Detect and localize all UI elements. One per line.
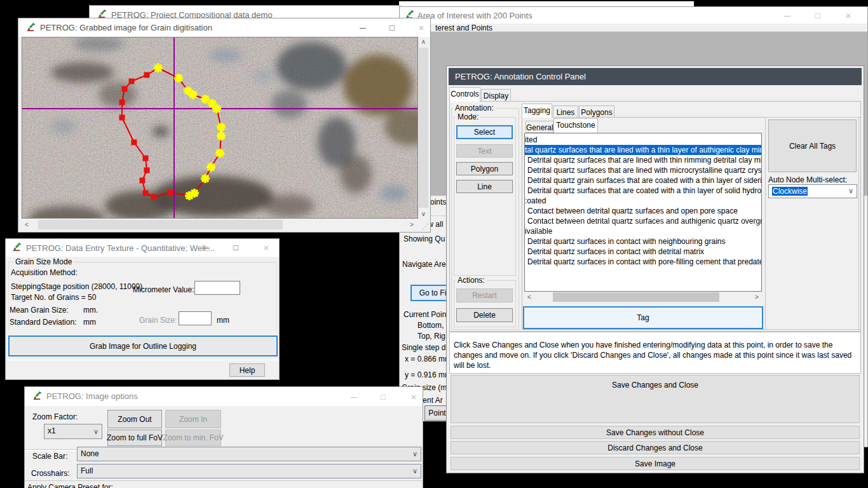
grain-size-mode-label: Grain Size Mode — [13, 257, 74, 266]
scroll-up-arrow[interactable]: ∧ — [418, 38, 429, 45]
micrometer-input[interactable] — [194, 281, 240, 295]
discard-changes-close-button[interactable]: Discard Changes and Close — [451, 441, 860, 454]
tab-controls-label: Controls — [451, 90, 479, 98]
zoom-min-fov-button[interactable]: Zoom to min. FoV — [165, 430, 221, 446]
line-mode-button[interactable]: Line — [456, 180, 513, 193]
zoom-full-fov-button[interactable]: Zoom to full FoV — [107, 430, 162, 446]
zoom-in-button[interactable]: Zoom In — [165, 410, 221, 428]
maximize-button[interactable]: □ — [808, 9, 828, 23]
delete-button[interactable]: Delete — [456, 308, 513, 322]
select-mode-button[interactable]: Select — [456, 125, 513, 139]
help-button-label: Help — [240, 366, 255, 375]
list-item[interactable]: tal quartz surfaces that are lined with … — [525, 145, 761, 155]
save-changes-no-close-button[interactable]: Save Changes without Close — [451, 426, 860, 439]
resize-grip-icon[interactable]: ⋰ — [422, 222, 429, 231]
tab-general[interactable]: General — [526, 121, 553, 133]
separator — [6, 360, 279, 360]
list-horizontal-scrollbar[interactable]: < > — [524, 292, 762, 302]
text-mode-button[interactable]: Text — [456, 144, 513, 158]
zoom-out-button[interactable]: Zoom Out — [107, 410, 162, 428]
close-button[interactable]: × — [256, 241, 276, 255]
micrograph-image — [22, 37, 417, 218]
zoom-out-label: Zoom Out — [118, 415, 151, 424]
vertical-scroll-thumb[interactable] — [419, 48, 428, 208]
tab-controls[interactable]: Controls — [449, 87, 480, 102]
list-item[interactable]: Contact between detrital quartz surfaces… — [525, 206, 761, 216]
data-entry-window-title: PETROG: Data Entry Texture - Quantitativ… — [26, 243, 215, 253]
grabbed-window-title: PETROG: Grabbed image for Grain digitisa… — [40, 23, 212, 32]
mode-group: Mode: — [454, 117, 516, 276]
clear-all-tags-button[interactable]: Clear All Tags — [768, 119, 857, 172]
restart-button[interactable]: Restart — [456, 288, 513, 302]
list-item[interactable]: Contact between detrital quartz surfaces… — [525, 216, 761, 226]
list-item[interactable]: ivailable — [525, 226, 761, 236]
vertical-scrollbar[interactable]: ∧ ∨ — [418, 37, 429, 219]
polygon-mode-label: Polygon — [471, 165, 498, 173]
close-button[interactable]: × — [838, 9, 858, 23]
maximize-button[interactable]: □ — [382, 21, 402, 35]
go-to-button-label: Go to Fi — [419, 288, 447, 297]
minimize-button[interactable] — [353, 21, 373, 35]
scroll-right-arrow[interactable]: > — [408, 221, 416, 228]
scroll-right-arrow[interactable]: > — [754, 294, 760, 301]
polygon-mode-button[interactable]: Polygon — [456, 162, 513, 175]
touchstone-list[interactable]: itedtal quartz surfaces that are lined w… — [524, 133, 762, 292]
scale-bar-combo[interactable]: None ∨ — [77, 447, 421, 461]
select-mode-label: Select — [474, 128, 495, 137]
tab-tagging[interactable]: Tagging — [522, 104, 552, 118]
save-changes-close-button[interactable]: Save Changes and Close — [451, 375, 860, 423]
aoi-bottom-label: Bottom, — [417, 321, 444, 330]
list-item[interactable]: Detrital quartz grain surfaces that are … — [525, 175, 761, 186]
minimize-button[interactable] — [777, 9, 797, 23]
save-image-button[interactable]: Save Image — [451, 457, 860, 470]
tab-lines[interactable]: Lines — [553, 105, 578, 118]
annotation-titlebar[interactable]: PETROG: Annotation Control Panel — [449, 68, 862, 85]
scale-bar-label: Scale Bar: — [32, 452, 67, 461]
list-item[interactable]: :oated — [525, 196, 761, 206]
micrometer-label: Micrometer Value: — [133, 285, 194, 294]
scroll-left-arrow[interactable]: < — [526, 294, 532, 301]
help-button[interactable]: Help — [229, 363, 265, 377]
list-item[interactable]: Detrital quartz surfaces in contact with… — [525, 236, 761, 247]
horizontal-scrollbar[interactable]: < > — [22, 219, 417, 230]
tab-polygons[interactable]: Polygons — [579, 105, 614, 118]
list-item[interactable]: ited — [525, 135, 761, 145]
crosshairs-label: Crosshairs: — [31, 469, 70, 478]
micrograph-viewport[interactable] — [22, 37, 418, 219]
crosshairs-combo[interactable]: Full ∨ — [77, 464, 421, 478]
list-item[interactable]: Detrital quartz surfaces that are lined … — [525, 155, 761, 165]
tab-touchstone[interactable]: Touchstone — [553, 118, 598, 133]
tag-button[interactable]: Tag — [523, 306, 763, 329]
instructions-text: Click Save Changes and Close when you ha… — [450, 332, 860, 370]
grain-size-field-unit: mm — [217, 316, 229, 325]
image-options-titlebar[interactable]: PETROG: Image options □ × — [25, 387, 423, 406]
maximize-button[interactable]: □ — [226, 241, 246, 255]
std-deviation-label: Standard Deviation: — [10, 318, 76, 327]
close-button[interactable]: × — [411, 21, 431, 35]
grabbed-titlebar[interactable]: PETROG: Grabbed image for Grain digitisa… — [18, 18, 430, 37]
tab-display[interactable]: Display — [481, 89, 511, 102]
aoi-titlebar[interactable]: Area of Interest with 200 Points □ × — [400, 7, 867, 24]
close-button[interactable]: × — [403, 390, 424, 404]
maximize-button[interactable]: □ — [373, 390, 393, 404]
aoi-top-right-label: Top, Rig — [417, 332, 445, 341]
annotation-control-panel: PETROG: Annotation Control Panel Control… — [446, 65, 864, 473]
minimize-button[interactable] — [196, 241, 217, 255]
grab-image-button[interactable]: Grab Image for Outline Logging — [8, 336, 278, 356]
list-scroll-thumb[interactable] — [553, 292, 719, 302]
scroll-left-arrow[interactable]: < — [23, 221, 31, 228]
chevron-down-icon: ∨ — [848, 187, 853, 195]
minimize-button[interactable] — [344, 390, 364, 404]
data-entry-titlebar[interactable]: PETROG: Data Entry Texture - Quantitativ… — [6, 239, 279, 257]
chevron-down-icon: ∨ — [412, 450, 417, 458]
auto-node-combo[interactable]: Clockwise ∨ — [768, 184, 857, 198]
grain-size-input[interactable] — [179, 311, 212, 325]
scroll-down-arrow[interactable]: ∨ — [418, 210, 429, 217]
horizontal-scroll-thumb[interactable] — [38, 220, 283, 229]
zoom-factor-combo[interactable]: x1 ∨ — [44, 424, 102, 439]
list-item[interactable]: Detrital quartz surfaces that are coated… — [525, 186, 761, 196]
annotation-panel-title: PETROG: Annotation Control Panel — [455, 72, 586, 81]
list-item[interactable]: Detrital quartz surfaces in contact with… — [525, 247, 761, 257]
list-item[interactable]: Detrital quartz surfaces in contact with… — [525, 257, 761, 267]
list-item[interactable]: Detrital quartz surfaces that are lined … — [525, 165, 761, 175]
